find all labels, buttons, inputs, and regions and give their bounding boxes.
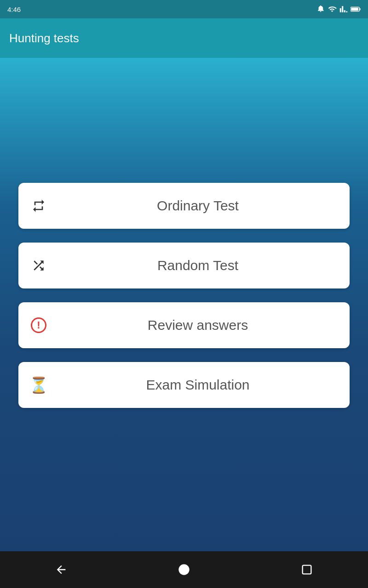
alert-icon: ! [29,316,48,334]
shuffle-icon [29,256,48,275]
svg-rect-3 [351,8,358,11]
exam-simulation-button[interactable]: ⏳ Exam Simulation [18,362,350,408]
svg-rect-5 [302,565,311,574]
main-content: Ordinary Test Random Test ! Review answe… [0,58,368,551]
svg-rect-2 [359,8,360,11]
alert-circle-icon: ! [31,317,46,333]
app-bar: Hunting tests [0,18,368,58]
hourglass-icon: ⏳ [29,376,48,394]
ordinary-test-label: Ordinary Test [57,198,339,214]
random-test-label: Random Test [57,258,339,273]
wifi-icon [328,5,337,13]
app-title: Hunting tests [9,31,79,45]
repeat-icon [29,197,48,215]
home-button[interactable] [173,559,195,581]
nav-bar [0,551,368,588]
review-answers-button[interactable]: ! Review answers [18,302,350,348]
review-answers-label: Review answers [57,317,339,333]
battery-icon [351,6,361,12]
svg-point-4 [178,564,189,575]
back-icon [55,563,68,576]
ordinary-test-button[interactable]: Ordinary Test [18,183,350,229]
exam-simulation-label: Exam Simulation [57,377,339,393]
status-time: 4:46 [7,6,21,13]
status-bar: 4:46 [0,0,368,18]
recents-icon [300,563,313,576]
notification-icon [316,5,325,13]
random-test-button[interactable]: Random Test [18,243,350,288]
back-button[interactable] [50,559,72,581]
home-icon [178,563,190,576]
signal-icon [339,5,348,13]
recents-button[interactable] [296,559,318,581]
status-icons [316,5,361,13]
